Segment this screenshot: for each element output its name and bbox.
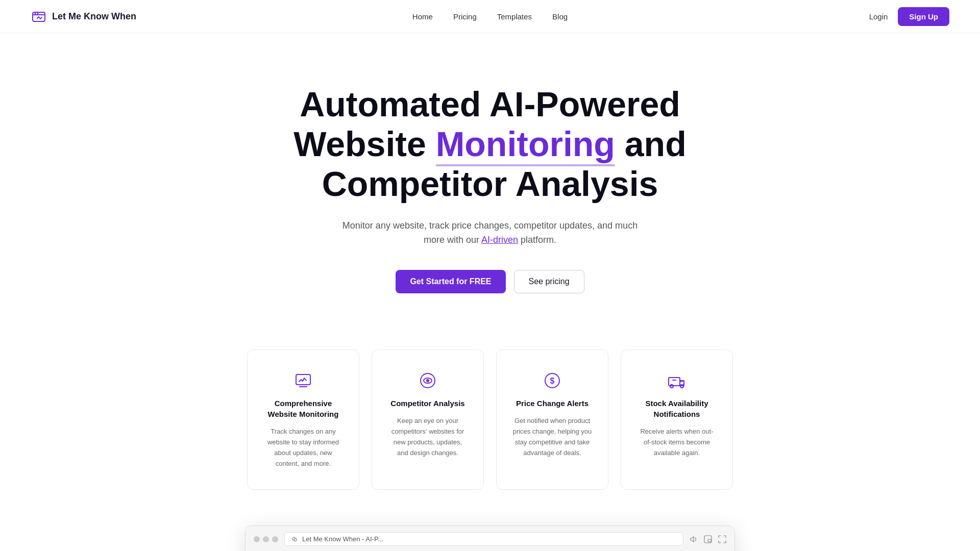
signup-button[interactable]: Sign Up bbox=[898, 7, 949, 26]
svg-point-2 bbox=[37, 13, 39, 14]
see-pricing-button[interactable]: See pricing bbox=[514, 270, 584, 293]
browser-mockup: Let Me Know When - AI-P... bbox=[245, 525, 735, 551]
svg-rect-10 bbox=[669, 378, 680, 386]
features-section: Comprehensive Website Monitoring Track c… bbox=[0, 324, 980, 515]
browser-bar: Let Me Know When - AI-P... bbox=[246, 526, 734, 551]
hero-subtitle: Monitor any website, track price changes… bbox=[337, 218, 643, 248]
dot-green bbox=[272, 536, 278, 542]
feature-desc-price-alerts: Get notified when product prices change,… bbox=[512, 416, 593, 458]
hero-section: Automated AI-Powered Website Monitoring … bbox=[0, 33, 980, 324]
browser-controls bbox=[690, 535, 726, 543]
nav-home[interactable]: Home bbox=[412, 12, 433, 21]
hero-subtitle-end: platform. bbox=[518, 235, 556, 245]
navbar: Let Me Know When Home Pricing Templates … bbox=[0, 0, 980, 33]
get-started-button[interactable]: Get Started for FREE bbox=[396, 270, 505, 293]
hero-title: Automated AI-Powered Website Monitoring … bbox=[260, 84, 720, 204]
feature-title-stock-notifications: Stock Availability Notifications bbox=[636, 398, 717, 419]
feature-title-website-monitoring: Comprehensive Website Monitoring bbox=[263, 398, 344, 419]
browser-url-bar[interactable]: Let Me Know When - AI-P... bbox=[284, 532, 683, 546]
chart-pulse-icon bbox=[293, 370, 313, 391]
browser-url-text: Let Me Know When - AI-P... bbox=[302, 535, 383, 543]
feature-desc-website-monitoring: Track changes on any website to stay inf… bbox=[263, 427, 344, 469]
feature-card-price-alerts: $ Price Change Alerts Get notified when … bbox=[496, 349, 608, 490]
ai-driven-link[interactable]: AI-driven bbox=[481, 235, 518, 245]
pip-icon bbox=[704, 535, 712, 543]
feature-card-competitor-analysis: Competitor Analysis Keep an eye on your … bbox=[372, 349, 484, 490]
logo-text: Let Me Know When bbox=[52, 11, 136, 22]
eye-circle-icon bbox=[418, 370, 438, 391]
feature-card-website-monitoring: Comprehensive Website Monitoring Track c… bbox=[247, 349, 359, 490]
dot-yellow bbox=[263, 536, 269, 542]
login-button[interactable]: Login bbox=[869, 12, 888, 21]
hero-buttons: Get Started for FREE See pricing bbox=[396, 270, 584, 293]
feature-title-price-alerts: Price Change Alerts bbox=[516, 398, 589, 409]
browser-dots bbox=[254, 536, 278, 542]
svg-rect-15 bbox=[708, 539, 711, 542]
browser-section: Let Me Know When - AI-P... bbox=[0, 515, 980, 551]
nav-pricing[interactable]: Pricing bbox=[453, 12, 477, 21]
svg-point-7 bbox=[426, 379, 429, 382]
truck-box-icon bbox=[667, 370, 687, 391]
fullscreen-icon bbox=[718, 535, 726, 543]
hero-title-highlight: Monitoring bbox=[436, 124, 615, 163]
svg-point-1 bbox=[35, 13, 36, 14]
feature-card-stock-notifications: Stock Availability Notifications Receive… bbox=[621, 349, 733, 490]
feature-desc-competitor-analysis: Keep an eye on your competitors' website… bbox=[387, 416, 468, 458]
feature-desc-stock-notifications: Receive alerts when out-of-stock items b… bbox=[636, 427, 717, 458]
logo-icon bbox=[31, 8, 47, 24]
volume-icon bbox=[690, 535, 698, 543]
logo[interactable]: Let Me Know When bbox=[31, 8, 136, 24]
dot-red bbox=[254, 536, 260, 542]
nav-templates[interactable]: Templates bbox=[497, 12, 532, 21]
nav-blog[interactable]: Blog bbox=[552, 12, 568, 21]
feature-title-competitor-analysis: Competitor Analysis bbox=[390, 398, 464, 409]
nav-right: Login Sign Up bbox=[869, 7, 949, 26]
svg-text:$: $ bbox=[550, 377, 555, 385]
link-icon bbox=[291, 536, 298, 543]
dollar-circle-icon: $ bbox=[542, 370, 562, 391]
nav-links: Home Pricing Templates Blog bbox=[412, 12, 568, 21]
